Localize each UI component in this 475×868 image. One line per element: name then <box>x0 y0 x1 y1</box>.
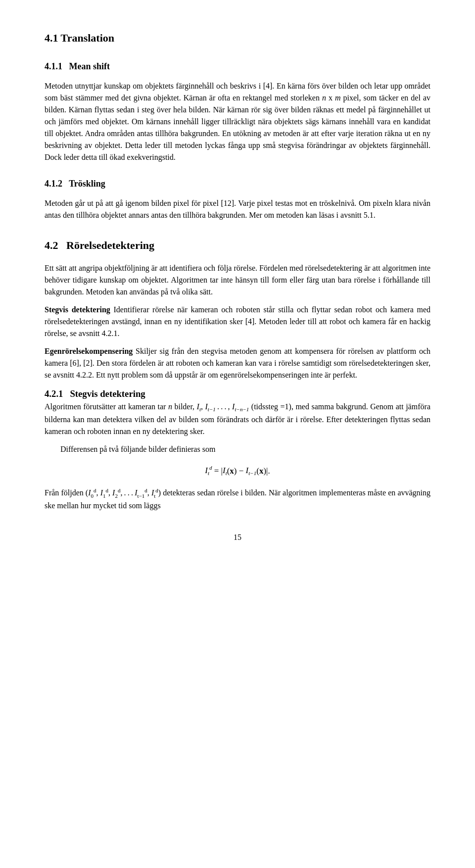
term-stegvis: Stegvis detektering <box>45 305 110 314</box>
subsection-4-2-1-heading: 4.2.1 Stegvis detektering <box>45 387 430 401</box>
para-mean-shift: Metoden utnyttjar kunskap om objektets f… <box>45 80 430 163</box>
para-rorelsedetektering-intro: Ett sätt att angripa objektföljning är a… <box>45 262 430 298</box>
para-troskling: Metoden går ut på att gå igenom bilden p… <box>45 197 430 221</box>
subsection-4-1-1-heading: 4.1.1 Mean shift <box>45 60 430 73</box>
para-stegvis-detektering-intro: Algoritmen förutsätter att kameran tar n… <box>45 401 430 437</box>
section-4-2-heading: 4.2 Rörelsedetektering <box>45 237 430 253</box>
para-from-sequence: Från följden (I0d, I1d, I2d, . . . It−1d… <box>45 486 430 512</box>
para-differensen: Differensen på två följande bilder defin… <box>45 443 430 455</box>
para-stegvis: Stegvis detektering Identifierar rörelse… <box>45 304 430 339</box>
para-egenrorelse: Egenrörelsekompensering Skiljer sig från… <box>45 345 430 381</box>
term-egenrorelse: Egenrörelsekompensering <box>45 347 133 355</box>
page-content: 4.1 Translation 4.1.1 Mean shift Metoden… <box>0 0 475 868</box>
formula-difference: Itd = |It(x) − It−1(x)|. <box>45 464 430 478</box>
subsection-4-1-2-heading: 4.1.2 Tröskling <box>45 177 430 191</box>
chapter-heading: 4.1 Translation <box>45 30 430 46</box>
page-number: 15 <box>45 531 430 543</box>
